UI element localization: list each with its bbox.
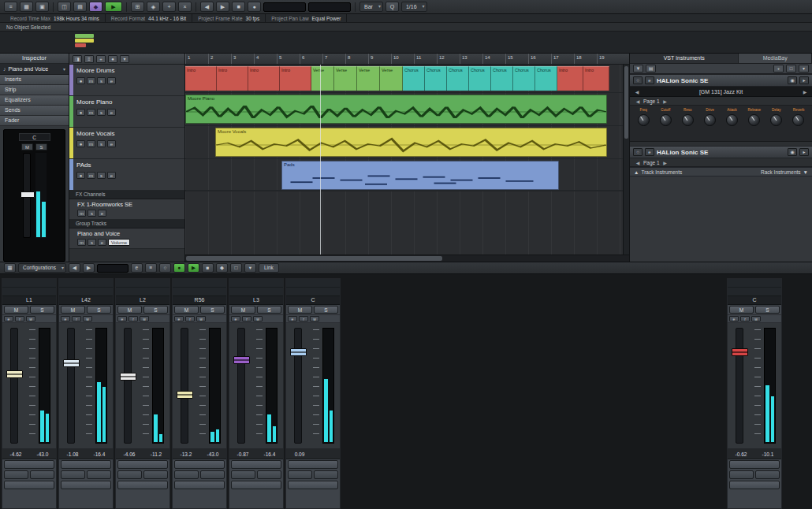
mute-button[interactable]: M xyxy=(61,306,85,314)
vertical-scrollbar[interactable] xyxy=(623,65,629,254)
mute-button[interactable]: M xyxy=(174,306,199,314)
next-page-icon[interactable]: ▶ xyxy=(662,98,669,104)
channel-button-b[interactable] xyxy=(87,470,111,479)
configurations-select[interactable]: Configurations xyxy=(18,263,66,273)
track-row[interactable]: Moore Vocals ● m s e xyxy=(69,128,184,159)
knob-control[interactable] xyxy=(704,114,716,126)
audio-part[interactable]: Intro xyxy=(583,66,609,91)
scrollbar-thumb[interactable] xyxy=(624,66,628,139)
toolbar-button[interactable]: ≡ xyxy=(4,2,17,12)
grid-type-select[interactable]: Bar xyxy=(359,2,383,12)
automation-write-button[interactable]: w xyxy=(140,316,149,321)
toolbar-button[interactable]: + xyxy=(162,2,176,12)
mixer-toolbar-button[interactable]: ▾ xyxy=(244,263,256,273)
quantize-value-select[interactable]: 1/16 xyxy=(401,2,427,12)
track-row[interactable]: PAds ● m s e xyxy=(69,159,184,191)
edit-channel-button[interactable]: e xyxy=(107,109,116,116)
project-overview-strip[interactable] xyxy=(0,32,812,54)
channel-button-a[interactable] xyxy=(61,470,85,479)
pan-control[interactable]: L42 xyxy=(59,296,113,305)
audio-part[interactable]: Intro xyxy=(217,66,248,91)
channel-button-a[interactable] xyxy=(4,470,28,479)
channel-routing-button[interactable] xyxy=(117,481,168,489)
mute-button[interactable]: M xyxy=(21,143,33,150)
configuration-arrow-button[interactable]: ◀ xyxy=(69,263,80,273)
instrument-slot-header[interactable]: ○ e HALion Sonic SE ◉ ▸ xyxy=(630,74,812,87)
audio-part[interactable]: Verse xyxy=(311,66,334,91)
group-tracks-folder[interactable]: Group Tracks xyxy=(69,220,184,228)
edit-channel-button[interactable]: e xyxy=(4,316,13,321)
mixer-toolbar-button[interactable]: ◆ xyxy=(216,263,228,273)
audio-part[interactable]: Verse xyxy=(357,66,380,91)
channel-function-button[interactable] xyxy=(729,460,780,469)
transport-button[interactable]: ▶ xyxy=(216,2,229,12)
rack-instruments-label[interactable]: Rack Instruments xyxy=(761,169,801,175)
horizontal-scrollbar[interactable] xyxy=(185,254,629,262)
track-row[interactable]: Moore Piano ● m s e xyxy=(69,96,184,128)
solo-button[interactable]: S xyxy=(30,306,54,314)
automation-write-button[interactable]: w xyxy=(310,316,319,321)
automation-read-button[interactable]: r xyxy=(299,316,308,321)
pan-control[interactable]: C xyxy=(286,296,340,305)
pan-control[interactable]: R56 xyxy=(173,296,226,305)
channel-button-a[interactable] xyxy=(117,470,142,479)
audio-part[interactable]: Intro xyxy=(280,66,311,91)
snap-toggle-button[interactable]: ◆ xyxy=(89,2,102,12)
fader-track[interactable] xyxy=(124,328,132,444)
previous-page-icon[interactable]: ◀ xyxy=(635,160,641,165)
fader-track[interactable] xyxy=(23,153,31,238)
solo-button[interactable]: S xyxy=(314,306,338,314)
solo-button[interactable]: s xyxy=(88,239,96,246)
tab-mediabay[interactable]: MediaBay xyxy=(739,54,812,63)
fader-handle[interactable] xyxy=(290,348,307,356)
knob-control[interactable] xyxy=(660,114,672,126)
edit-channel-button[interactable]: e xyxy=(231,316,240,321)
quick-control-page-row[interactable]: ◀ Page 1 ▶ xyxy=(630,158,812,167)
mixer-transport-button[interactable]: ● xyxy=(173,263,185,273)
audio-part[interactable]: Chorus xyxy=(513,66,535,91)
quick-control-page-row[interactable]: ◀ Page 1 ▶ xyxy=(630,97,812,106)
mute-button[interactable]: m xyxy=(87,140,95,147)
transport-button[interactable]: ■ xyxy=(232,2,245,12)
fader-track[interactable] xyxy=(294,328,302,444)
inspector-section-row[interactable]: Sends xyxy=(0,106,69,116)
toolbar-button[interactable]: × xyxy=(178,2,192,12)
automation-read-button[interactable]: r xyxy=(740,316,750,321)
collapse-up-icon[interactable]: ▲ xyxy=(634,169,639,175)
toolbar-button[interactable]: ⊞ xyxy=(131,2,144,12)
solo-button[interactable]: S xyxy=(35,143,47,150)
toolbar-button[interactable]: ◈ xyxy=(147,2,160,12)
edit-instrument-icon[interactable]: e xyxy=(645,76,654,84)
channel-button-b[interactable] xyxy=(30,470,54,479)
automation-write-button[interactable]: w xyxy=(83,316,92,321)
mute-button[interactable]: M xyxy=(729,306,754,314)
fader-handle[interactable] xyxy=(177,391,193,399)
automation-write-button[interactable]: w xyxy=(751,316,761,321)
audio-part[interactable]: Verse xyxy=(334,66,357,91)
edit-instrument-icon[interactable]: e xyxy=(645,148,654,156)
pan-control[interactable]: L1 xyxy=(2,296,56,305)
record-arm-button[interactable]: ● xyxy=(76,77,85,84)
knob-control[interactable] xyxy=(748,114,760,126)
audio-event[interactable]: Moore Piano xyxy=(185,95,607,124)
automation-write-button[interactable]: w xyxy=(196,316,206,321)
channel-button-b[interactable] xyxy=(314,470,338,479)
channel-routing-display[interactable] xyxy=(173,279,226,296)
audio-part[interactable]: Chorus xyxy=(425,66,447,91)
record-arm-button[interactable]: ● xyxy=(76,109,85,116)
toolbar-button[interactable]: ◫ xyxy=(58,2,71,12)
output-icon[interactable]: ▸ xyxy=(799,148,809,156)
mute-button[interactable]: m xyxy=(87,172,95,179)
track-list-toolbar-button[interactable]: ▾ xyxy=(120,55,129,63)
channel-routing-display[interactable] xyxy=(229,279,283,296)
solo-button[interactable]: s xyxy=(97,172,106,179)
edit-channel-button[interactable]: e xyxy=(117,316,127,321)
channel-routing-display[interactable] xyxy=(728,279,781,296)
mute-button[interactable]: m xyxy=(87,109,95,116)
inspector-section-row[interactable]: Strip xyxy=(0,85,69,95)
knob-control[interactable] xyxy=(638,114,650,126)
channel-function-button[interactable] xyxy=(288,460,338,469)
rack-toolbar-button[interactable]: ▤ xyxy=(646,65,656,72)
channel-function-button[interactable] xyxy=(231,460,281,469)
previous-page-icon[interactable]: ◀ xyxy=(635,98,641,104)
